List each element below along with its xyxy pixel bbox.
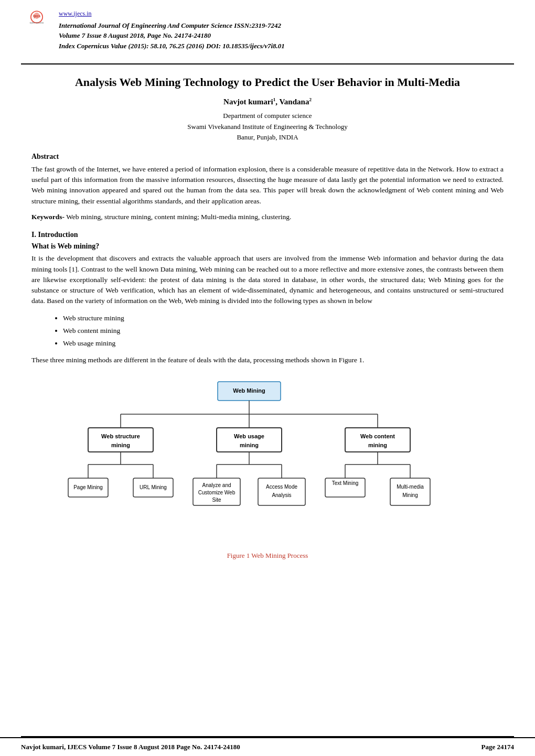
authors: Navjot kumari1, Vandana2 [31, 96, 504, 107]
list-item: Web structure mining [63, 312, 504, 325]
page-mining-label: Page Mining [73, 484, 103, 490]
footer-right: Page 24174 [482, 742, 514, 752]
main-content: Analysis Web Mining Technology to Predic… [0, 64, 535, 732]
web-usage-label2: mining [240, 442, 259, 448]
access-mode-label2: Analysis [272, 492, 291, 498]
multimedia-label1: Multi-media [397, 483, 424, 489]
web-mining-label: Web Mining [233, 387, 265, 394]
url-mining-label: URL Mining [140, 484, 167, 490]
analyze-label3: Site [212, 496, 221, 502]
access-mode-label1: Access Mode [266, 483, 297, 489]
diagram-caption: Figure 1 Web Mining Process [63, 551, 472, 560]
keywords-label: Keywords- [31, 213, 65, 221]
intro-body: It is the development that discovers and… [31, 253, 504, 306]
header: ijecs open access www.ijecs.in Internati… [0, 0, 535, 59]
author-names: Navjot kumari1, Vandana2 [223, 98, 312, 106]
header-top: ijecs open access www.ijecs.in Internati… [21, 9, 514, 51]
web-structure-box [88, 428, 153, 452]
journal-info: International Journal Of Engineering And… [59, 20, 285, 51]
header-meta: www.ijecs.in International Journal Of En… [59, 9, 285, 51]
svg-text:ijecs: ijecs [33, 14, 41, 18]
affiliation-line1: Department of computer science [31, 111, 504, 122]
paper-title: Analysis Web Mining Technology to Predic… [31, 75, 504, 90]
keywords-text: Web mining, structure mining, content mi… [65, 213, 291, 221]
list-item: Web content mining [63, 325, 504, 337]
web-structure-label2: mining [111, 442, 130, 448]
ijecs-logo-icon: ijecs open access [26, 9, 47, 30]
web-content-box [345, 428, 410, 452]
journal-url[interactable]: www.ijecs.in [59, 9, 285, 18]
affiliation: Department of computer science Swami Viv… [31, 111, 504, 143]
text-mining-label1: Text Mining [332, 480, 359, 485]
abstract-text: The fast growth of the Internet, we have… [31, 164, 504, 207]
web-structure-label: Web structure [101, 433, 140, 439]
keywords: Keywords- Web mining, structure mining, … [31, 212, 504, 222]
analyze-label2: Customize Web [198, 489, 236, 495]
footer-left: Navjot kumari, IJECS Volume 7 Issue 8 Au… [21, 742, 240, 752]
journal-line2: Volume 7 Issue 8 August 2018, Page No. 2… [59, 30, 285, 41]
mining-types-list: Web structure mining Web content mining … [63, 312, 504, 350]
list-item: Web usage mining [63, 337, 504, 350]
intro-sub-heading: What is Web mining? [31, 241, 504, 252]
svg-text:open access: open access [30, 21, 45, 24]
web-mining-diagram: Web Mining Web structure mining Web usag… [63, 376, 472, 544]
journal-line1: International Journal Of Engineering And… [59, 20, 285, 31]
journal-line3: Index Copernicus Value (2015): 58.10, 76… [59, 41, 285, 51]
intro-section-label: I. Introduction [31, 230, 504, 240]
affiliation-line2: Swami Vivekanand Institute of Engineerin… [31, 122, 504, 133]
web-usage-box [217, 428, 282, 452]
abstract-heading: Abstract [31, 152, 504, 162]
affiliation-line3: Banur, Punjab, INDIA [31, 132, 504, 143]
web-usage-label: Web usage [234, 433, 264, 439]
page: ijecs open access www.ijecs.in Internati… [0, 0, 535, 756]
footer: Navjot kumari, IJECS Volume 7 Issue 8 Au… [0, 737, 535, 756]
multimedia-label2: Mining [402, 492, 418, 498]
web-content-label2: mining [368, 442, 387, 448]
web-content-label: Web content [360, 433, 395, 439]
analyze-label1: Analyze and [202, 482, 231, 488]
logo-area: ijecs open access [21, 9, 52, 30]
diagram-container: Web Mining Web structure mining Web usag… [63, 376, 472, 561]
after-bullets-text: These three mining methods are different… [31, 355, 504, 365]
